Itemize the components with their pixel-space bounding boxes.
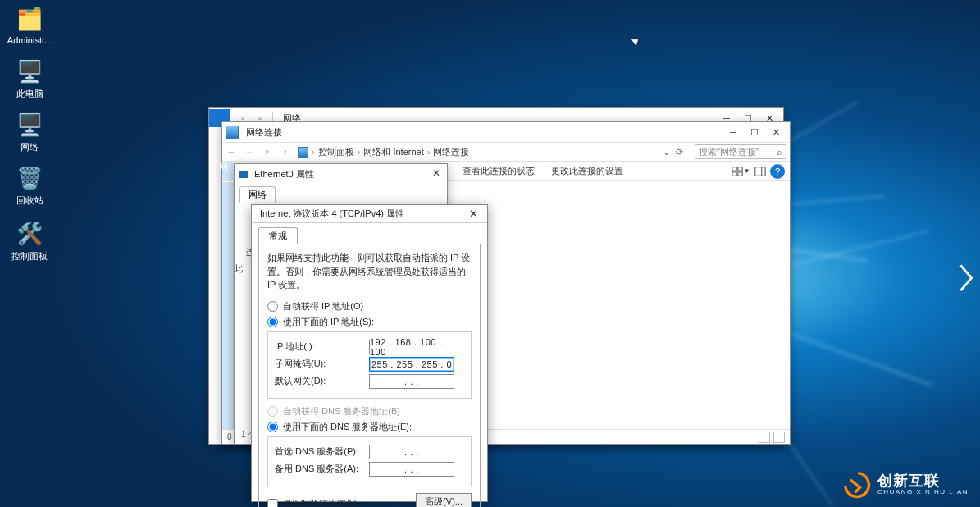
- desktop: 🗂️ Administr... 🖥️ 此电脑 🖥️ 网络 🗑️ 回收站 🛠️ 控…: [0, 0, 980, 507]
- input-subnet-mask[interactable]: 255 . 255 . 255 . 0: [369, 357, 454, 372]
- close-button[interactable]: ✕: [429, 166, 444, 180]
- address-dropdown-button[interactable]: ⌄: [663, 147, 672, 158]
- breadcrumb-item[interactable]: 控制面板: [318, 146, 354, 158]
- window-title: 网络连接: [246, 126, 282, 139]
- search-icon: ⌕: [777, 147, 782, 157]
- input-alternate-dns[interactable]: . . .: [369, 462, 454, 477]
- trash-icon: 🗑️: [16, 164, 43, 192]
- status-text: 0: [227, 432, 232, 441]
- checkbox-label: 退出时验证设置(L): [283, 498, 357, 508]
- advanced-button[interactable]: 高级(V)...: [416, 493, 472, 508]
- checkbox-validate-on-exit[interactable]: [267, 499, 278, 508]
- forward-button[interactable]: →: [240, 147, 258, 157]
- titlebar[interactable]: Internet 协议版本 4 (TCP/IPv4) 属性 ✕: [252, 205, 487, 223]
- next-slide-button[interactable]: [957, 263, 975, 294]
- window-title: Internet 协议版本 4 (TCP/IPv4) 属性: [255, 208, 463, 220]
- desktop-icon-label: 控制面板: [5, 250, 54, 263]
- radio-use-dns[interactable]: 使用下面的 DNS 服务器地址(E):: [267, 421, 472, 433]
- desktop-icon-control-panel[interactable]: 🛠️ 控制面板: [5, 220, 54, 263]
- radio-use-ip[interactable]: 使用下面的 IP 地址(S):: [267, 316, 472, 328]
- svg-rect-2: [732, 171, 736, 175]
- radio-auto-dns: 自动获得 DNS 服务器地址(B): [267, 405, 472, 418]
- cmd-view-status[interactable]: 查看此连接的状态: [463, 165, 535, 177]
- desktop-icon-network[interactable]: 🖥️ 网络: [5, 111, 54, 153]
- preview-pane-button[interactable]: [750, 164, 770, 179]
- window-title: Ethernet0 属性: [254, 168, 314, 180]
- close-button[interactable]: ✕: [463, 208, 484, 220]
- desktop-icon-label: 此电脑: [5, 88, 54, 100]
- view-mode-button[interactable]: ▼: [731, 164, 750, 179]
- description-text: 如果网络支持此功能，则可以获取自动指派的 IP 设置。否则，你需要从网络系统管理…: [267, 251, 472, 292]
- label-fragment: 此: [234, 263, 243, 275]
- desktop-icon-administrator[interactable]: 🗂️ Administr...: [5, 5, 54, 45]
- cursor-icon: [631, 36, 640, 46]
- desktop-icon-this-pc[interactable]: 🖥️ 此电脑: [5, 57, 54, 100]
- label-subnet-mask: 子网掩码(U):: [275, 358, 369, 370]
- dialog-ipv4-properties[interactable]: Internet 协议版本 4 (TCP/IPv4) 属性 ✕ 常规 如果网络支…: [251, 204, 488, 502]
- desktop-icon-label: Administr...: [5, 35, 54, 45]
- svg-rect-3: [737, 171, 741, 175]
- input-default-gateway[interactable]: . . .: [369, 374, 454, 389]
- label-alternate-dns: 备用 DNS 服务器(A):: [275, 463, 369, 475]
- watermark-subtext: CHUANG XIN HU LIAN: [877, 489, 969, 496]
- label-default-gateway: 默认网关(D):: [275, 375, 369, 387]
- minimize-button[interactable]: ─: [722, 123, 744, 141]
- maximize-button[interactable]: ☐: [744, 123, 765, 141]
- input-ip-address[interactable]: 192 . 168 . 100 . 100: [369, 340, 454, 354]
- network-icon: [226, 126, 239, 139]
- control-panel-icon: 🛠️: [16, 220, 43, 248]
- up-button[interactable]: ↑: [276, 147, 294, 157]
- breadcrumb-item[interactable]: 网络和 Internet: [363, 146, 423, 158]
- cmd-change-settings[interactable]: 更改此连接的设置: [551, 165, 623, 177]
- help-button[interactable]: ?: [770, 164, 785, 179]
- titlebar[interactable]: Ethernet0 属性: [235, 164, 447, 184]
- nav-pane[interactable]: [222, 182, 234, 429]
- globe-icon: 🖥️: [16, 111, 43, 139]
- logo-icon: [843, 471, 871, 499]
- svg-rect-4: [755, 167, 765, 176]
- search-placeholder: 搜索"网络连接": [699, 146, 759, 158]
- breadcrumb-item[interactable]: 网络连接: [433, 146, 469, 158]
- adapter-icon: [238, 170, 249, 179]
- group-ip-settings: IP 地址(I):192 . 168 . 100 . 100 子网掩码(U):2…: [267, 331, 472, 399]
- radio-auto-ip[interactable]: 自动获得 IP 地址(O): [267, 300, 472, 313]
- search-input[interactable]: 搜索"网络连接" ⌕: [695, 144, 786, 159]
- view-tiles-button[interactable]: [773, 432, 785, 443]
- group-dns-settings: 首选 DNS 服务器(P):. . . 备用 DNS 服务器(A):. . .: [267, 436, 472, 486]
- address-bar: ← → ▾ ↑ › 控制面板 › 网络和 Internet › 网络连接 ⌄ ⟳…: [222, 142, 790, 162]
- user-icon: 🗂️: [16, 5, 43, 33]
- breadcrumb[interactable]: › 控制面板 › 网络和 Internet › 网络连接: [294, 146, 663, 158]
- tab-network[interactable]: 网络: [239, 186, 276, 203]
- sidebar-fragment: 网: [216, 161, 230, 173]
- desktop-icon-label: 回收站: [5, 194, 54, 207]
- recent-button[interactable]: ▾: [258, 147, 276, 158]
- network-icon: [298, 147, 308, 158]
- label-ip-address: IP 地址(I):: [275, 340, 369, 353]
- label-preferred-dns: 首选 DNS 服务器(P):: [275, 445, 369, 458]
- desktop-icon-recycle-bin[interactable]: 🗑️ 回收站: [5, 164, 54, 207]
- titlebar[interactable]: 网络连接 ─ ☐ ✕: [222, 122, 790, 142]
- input-preferred-dns[interactable]: . . .: [369, 445, 454, 459]
- desktop-icon-label: 网络: [5, 141, 54, 153]
- refresh-button[interactable]: ⟳: [676, 147, 687, 158]
- tab-general[interactable]: 常规: [258, 227, 298, 244]
- close-button[interactable]: ✕: [765, 123, 786, 141]
- view-details-button[interactable]: [759, 432, 770, 443]
- watermark: 创新互联 CHUANG XIN HU LIAN: [843, 471, 969, 499]
- monitor-icon: 🖥️: [16, 57, 43, 85]
- svg-rect-0: [732, 167, 736, 170]
- svg-rect-1: [737, 167, 741, 170]
- watermark-text: 创新互联: [877, 473, 969, 489]
- back-button[interactable]: ←: [222, 147, 240, 157]
